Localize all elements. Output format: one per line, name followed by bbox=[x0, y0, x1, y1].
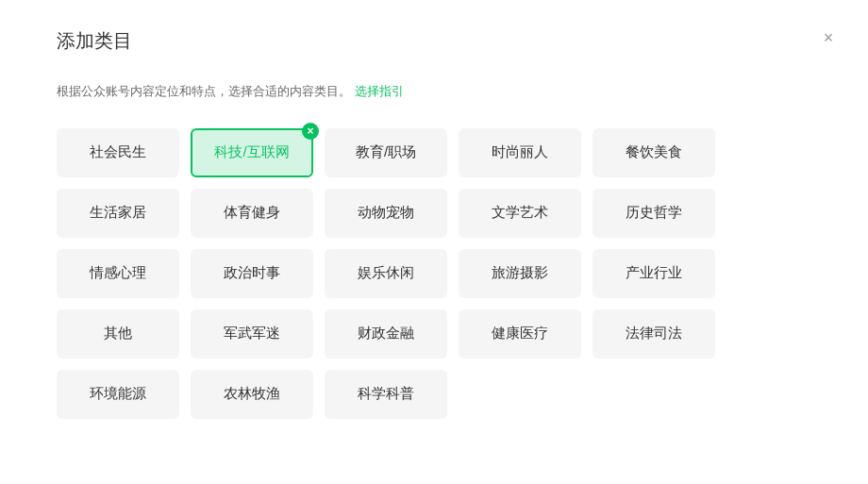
guide-link[interactable]: 选择指引 bbox=[355, 84, 404, 98]
description-text: 根据公众账号内容定位和特点，选择合适的内容类目。 选择指引 bbox=[57, 82, 811, 102]
category-item-tiyu[interactable]: 体育健身 bbox=[191, 189, 313, 238]
category-item-huanjing[interactable]: 环境能源 bbox=[57, 370, 179, 419]
category-item-caijing[interactable]: 财政金融 bbox=[325, 309, 447, 359]
category-item-jiankang[interactable]: 健康医疗 bbox=[459, 309, 581, 359]
category-item-chanye[interactable]: 产业行业 bbox=[593, 249, 715, 298]
close-icon: × bbox=[824, 28, 834, 48]
category-item-kexue[interactable]: 科学科普 bbox=[325, 370, 447, 419]
remove-badge[interactable]: × bbox=[302, 123, 319, 140]
category-item-shishang[interactable]: 时尚丽人 bbox=[459, 128, 581, 177]
category-item-qita[interactable]: 其他 bbox=[57, 309, 179, 359]
category-item-jiaoyu[interactable]: 教育/职场 bbox=[325, 128, 447, 177]
category-item-falv[interactable]: 法律司法 bbox=[593, 309, 715, 359]
dialog-container: 添加类目 × 根据公众账号内容定位和特点，选择合适的内容类目。 选择指引 社会民… bbox=[0, 0, 868, 484]
category-item-lvyou[interactable]: 旅游摄影 bbox=[459, 249, 581, 298]
close-button[interactable]: × bbox=[817, 26, 840, 49]
category-item-dongwu[interactable]: 动物宠物 bbox=[325, 189, 447, 238]
category-item-yule[interactable]: 娱乐休闲 bbox=[325, 249, 447, 298]
category-item-canyin[interactable]: 餐饮美食 bbox=[593, 128, 715, 177]
category-item-nonglin[interactable]: 农林牧渔 bbox=[191, 370, 313, 419]
dialog-header: 添加类目 × bbox=[57, 28, 811, 54]
category-item-junwu[interactable]: 军武军迷 bbox=[191, 309, 313, 359]
dialog-title: 添加类目 bbox=[57, 28, 132, 54]
category-item-zhengzhi[interactable]: 政治时事 bbox=[191, 249, 313, 298]
category-row-3: 其他军武军迷财政金融健康医疗法律司法 bbox=[57, 309, 811, 359]
category-item-qinggan[interactable]: 情感心理 bbox=[57, 249, 179, 298]
category-item-shenghuo[interactable]: 生活家居 bbox=[57, 189, 179, 238]
category-row-1: 生活家居体育健身动物宠物文学艺术历史哲学 bbox=[57, 189, 811, 238]
category-row-2: 情感心理政治时事娱乐休闲旅游摄影产业行业 bbox=[57, 249, 811, 298]
category-item-shehui[interactable]: 社会民生 bbox=[57, 128, 179, 177]
category-row-0: 社会民生科技/互联网×教育/职场时尚丽人餐饮美食 bbox=[57, 128, 811, 177]
category-item-lishi[interactable]: 历史哲学 bbox=[593, 189, 715, 238]
category-row-4: 环境能源农林牧渔科学科普 bbox=[57, 370, 811, 419]
categories-grid: 社会民生科技/互联网×教育/职场时尚丽人餐饮美食生活家居体育健身动物宠物文学艺术… bbox=[57, 128, 811, 419]
category-item-keji[interactable]: 科技/互联网× bbox=[191, 128, 313, 177]
category-item-wenxue[interactable]: 文学艺术 bbox=[459, 189, 581, 238]
